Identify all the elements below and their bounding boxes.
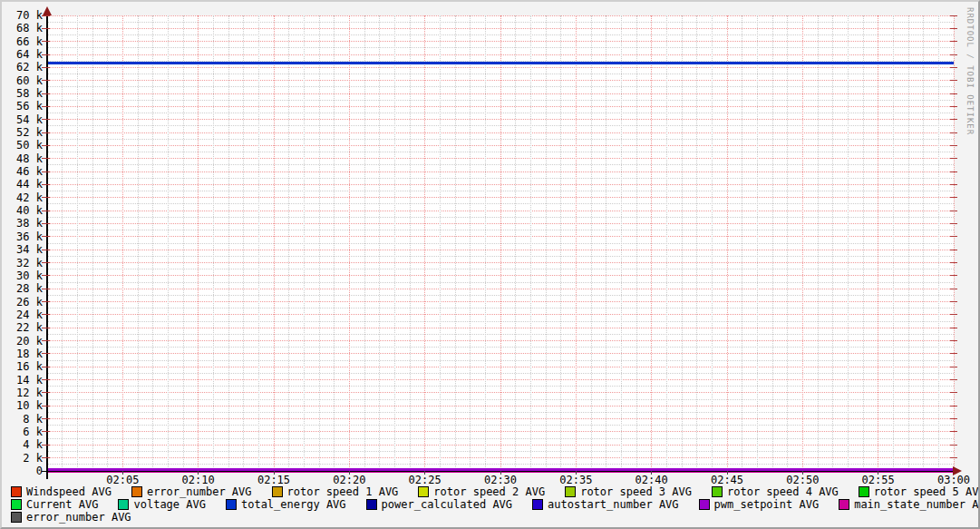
y-tick-label: 22 k	[6, 321, 43, 334]
y-tick-label: 10 k	[6, 399, 43, 412]
y-tick-label: 40 k	[6, 204, 43, 217]
y-axis-tick	[42, 301, 50, 302]
v-gridline-minor	[530, 15, 531, 471]
y-axis-tick	[42, 406, 50, 407]
y-axis-tick	[42, 314, 50, 315]
right-edge-tick	[950, 28, 957, 29]
legend-item: rotor speed 5 AVG	[859, 485, 980, 498]
v-gridline-major	[802, 15, 803, 471]
y-axis-tick	[42, 93, 50, 94]
legend-swatch-icon	[418, 486, 429, 497]
y-tick-label: 56 k	[6, 100, 43, 113]
v-gridline-minor	[485, 15, 486, 471]
legend-item: main_state_number AVG	[839, 498, 980, 511]
right-edge-tick	[950, 314, 957, 315]
y-tick-label: 2 k	[6, 452, 43, 465]
legend-swatch-icon	[11, 486, 22, 497]
y-axis-arrow-icon	[43, 6, 52, 15]
y-axis-tick	[42, 223, 50, 224]
v-gridline-minor	[682, 15, 683, 471]
y-axis-tick	[42, 211, 50, 211]
v-gridline-minor	[258, 15, 259, 471]
right-edge-tick	[950, 236, 957, 237]
y-tick-label: 12 k	[6, 387, 43, 399]
v-gridline-minor	[168, 15, 169, 471]
v-gridline-major	[198, 15, 199, 471]
y-tick-label: 70 k	[6, 9, 43, 22]
v-gridline-minor	[636, 15, 637, 471]
v-gridline-minor	[893, 15, 894, 471]
right-edge-tick	[950, 184, 957, 185]
legend-label: rotor speed 1 AVG	[287, 485, 399, 498]
v-gridline-minor	[77, 15, 78, 471]
y-tick-label: 20 k	[6, 335, 43, 348]
v-gridline-minor	[863, 15, 864, 471]
legend-item: rotor speed 1 AVG	[272, 485, 399, 498]
series-line-total-energy-avg	[47, 62, 954, 64]
y-tick-label: 4 k	[6, 438, 43, 451]
y-axis-tick	[42, 250, 50, 250]
legend-swatch-icon	[859, 486, 869, 497]
right-edge-tick	[950, 301, 957, 302]
right-edge-tick	[950, 262, 957, 263]
y-tick-label: 18 k	[6, 348, 43, 360]
y-tick-label: 66 k	[6, 35, 43, 48]
legend-label: power_calculated AVG	[382, 498, 513, 511]
right-edge-tick	[950, 328, 957, 328]
v-gridline-major	[122, 15, 123, 471]
v-gridline-minor	[923, 15, 924, 471]
y-tick-label: 38 k	[6, 217, 43, 230]
right-edge-tick	[950, 289, 957, 289]
y-axis-tick	[42, 289, 50, 289]
x-tick-label: 02:35	[550, 474, 601, 486]
y-tick-label: 36 k	[6, 230, 43, 243]
v-gridline-minor	[515, 15, 516, 471]
right-edge-tick	[950, 41, 957, 42]
v-gridline-minor	[379, 15, 380, 471]
y-axis-tick	[42, 54, 50, 55]
y-tick-label: 46 k	[6, 165, 43, 178]
v-gridline-minor	[410, 15, 411, 471]
y-axis-tick	[42, 132, 50, 133]
v-gridline-major	[424, 15, 425, 471]
v-gridline-minor	[92, 15, 93, 471]
legend-label: main_state_number AVG	[854, 498, 980, 511]
legend-item: Current AVG	[11, 498, 98, 511]
y-tick-label: 6 k	[6, 426, 43, 438]
v-gridline-minor	[455, 15, 456, 471]
rrdtool-graph: 02 k4 k6 k8 k10 k12 k14 k16 k18 k20 k22 …	[0, 0, 980, 529]
right-edge-tick	[950, 67, 957, 68]
right-edge-tick	[950, 340, 957, 341]
y-axis-tick	[42, 418, 50, 419]
v-gridline-major	[274, 15, 275, 471]
v-gridline-minor	[319, 15, 320, 471]
x-tick-label: 02:25	[400, 474, 451, 486]
v-gridline-minor	[712, 15, 713, 471]
v-gridline-minor	[696, 15, 697, 471]
y-axis-tick	[42, 106, 50, 107]
y-axis-tick	[42, 197, 50, 198]
v-gridline-major	[878, 15, 878, 471]
x-tick-label: 02:55	[853, 474, 904, 486]
x-tick-label: 03:00	[928, 474, 979, 486]
y-tick-label: 62 k	[6, 61, 43, 73]
legend-row: Windspeed AVGerror_number AVGrotor speed…	[11, 485, 980, 498]
y-axis-tick	[42, 340, 50, 341]
y-tick-label: 42 k	[6, 191, 43, 204]
v-gridline-minor	[243, 15, 244, 471]
legend-swatch-icon	[272, 486, 283, 497]
watermark: RRDTOOL / TOBI OETIKER	[965, 7, 975, 135]
legend-item: rotor speed 3 AVG	[565, 485, 692, 498]
v-gridline-minor	[183, 15, 184, 471]
legend-row: Current AVGvoltage AVGtotal_energy AVGpo…	[11, 498, 980, 511]
y-tick-label: 8 k	[6, 413, 43, 426]
x-tick-label: 02:30	[475, 474, 526, 486]
legend-swatch-icon	[226, 499, 237, 510]
y-tick-label: 52 k	[6, 126, 43, 139]
legend-item: voltage AVG	[118, 498, 205, 511]
y-axis-tick	[42, 275, 50, 276]
y-axis-tick	[42, 236, 50, 237]
v-gridline-minor	[470, 15, 471, 471]
v-gridline-major	[500, 15, 501, 471]
x-tick-label: 02:20	[324, 474, 374, 486]
